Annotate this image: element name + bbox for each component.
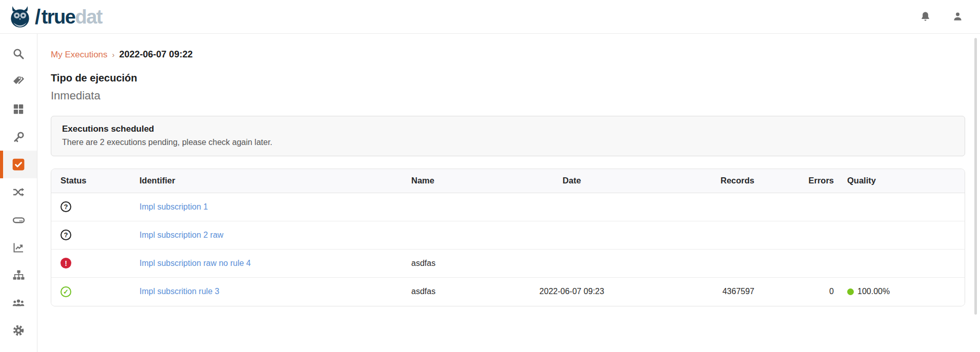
cell-date: 2022-06-07 09:23 — [513, 277, 631, 306]
cell-errors: 0 — [767, 277, 846, 306]
gear-icon — [12, 324, 25, 337]
cell-name: asdfas — [405, 277, 513, 306]
status-pending-icon — [61, 230, 71, 240]
executions-table: Status Identifier Name Date Records Erro… — [51, 169, 965, 306]
sitemap-icon — [12, 269, 25, 282]
sidebar-item-quality-active[interactable] — [0, 151, 37, 178]
page-subtitle: Inmediata — [51, 89, 965, 102]
breadcrumb-my-executions-link[interactable]: My Executions — [51, 50, 108, 60]
breadcrumb: My Executions › 2022-06-07 09:22 — [51, 49, 965, 60]
sidebar-item-tags[interactable] — [0, 68, 37, 95]
sidebar — [0, 34, 37, 352]
cell-errors — [767, 249, 846, 277]
column-header-status: Status — [51, 169, 133, 193]
cell-records: 4367597 — [631, 277, 767, 306]
cell-records — [631, 193, 767, 221]
column-header-identifier: Identifier — [133, 169, 405, 193]
column-header-quality: Quality — [846, 169, 965, 193]
execution-row: Impl subscription raw no rule 4 asdfas — [51, 249, 965, 277]
logo-slash: / — [35, 7, 40, 27]
page-title: Tipo de ejecución — [51, 72, 965, 84]
identifier-link[interactable]: Impl subscription 2 raw — [139, 231, 224, 239]
search-icon — [12, 48, 25, 60]
sidebar-item-modules[interactable] — [0, 95, 37, 123]
execution-row: Impl subscription 2 raw — [51, 221, 965, 249]
truedat-logo[interactable]: / truedat — [8, 5, 102, 29]
executions-scheduled-alert: Executions scheduled There are 2 executi… — [51, 116, 965, 156]
cell-records — [631, 221, 767, 249]
bell-icon[interactable] — [919, 11, 931, 23]
top-bar: / truedat — [0, 0, 980, 34]
user-icon[interactable] — [952, 11, 964, 23]
scrollbar-thumb[interactable] — [974, 38, 977, 315]
shuffle-icon — [12, 186, 25, 198]
brand-name-secondary: dat — [75, 6, 102, 28]
cell-errors — [767, 193, 846, 221]
tags-icon — [12, 75, 25, 88]
column-header-records: Records — [631, 169, 767, 193]
drive-icon — [12, 214, 25, 226]
identifier-link[interactable]: Impl subscription 1 — [139, 202, 208, 211]
column-header-name: Name — [405, 169, 513, 193]
cell-quality — [846, 221, 965, 249]
owl-logo-icon — [8, 5, 32, 29]
alert-message: There are 2 executions pending, please c… — [62, 138, 954, 147]
cell-name: asdfas — [405, 249, 513, 277]
status-pending-icon — [61, 201, 71, 212]
status-error-icon — [61, 258, 71, 268]
check-square-icon — [12, 158, 25, 171]
sidebar-item-permissions[interactable] — [0, 123, 37, 151]
cell-date — [513, 249, 631, 277]
status-success-icon — [61, 286, 71, 297]
sidebar-item-groups[interactable] — [0, 289, 37, 317]
users-icon — [12, 296, 25, 309]
chart-line-icon — [12, 241, 25, 254]
identifier-link[interactable]: Impl subscrition rule 3 — [139, 287, 219, 296]
main-content: My Executions › 2022-06-07 09:22 Tipo de… — [37, 34, 980, 352]
cell-name — [405, 221, 513, 249]
cell-quality — [846, 193, 965, 221]
identifier-link[interactable]: Impl subscription raw no rule 4 — [139, 259, 251, 267]
cell-quality — [846, 249, 965, 277]
cell-records — [631, 249, 767, 277]
cell-errors — [767, 221, 846, 249]
cell-name — [405, 193, 513, 221]
cell-date — [513, 221, 631, 249]
cell-date — [513, 193, 631, 221]
breadcrumb-current: 2022-06-07 09:22 — [119, 49, 193, 60]
alert-title: Executions scheduled — [62, 124, 954, 134]
cell-quality: 100.00% — [857, 287, 890, 296]
sidebar-item-lineage[interactable] — [0, 261, 37, 289]
execution-row: Impl subscription 1 — [51, 193, 965, 221]
sidebar-item-settings[interactable] — [0, 317, 37, 344]
table-header-row: Status Identifier Name Date Records Erro… — [51, 169, 965, 193]
sidebar-item-search[interactable] — [0, 40, 37, 68]
sidebar-item-dashboards[interactable] — [0, 234, 37, 261]
brand-name-primary: true — [42, 6, 75, 28]
quality-dot-icon — [847, 288, 854, 295]
sidebar-item-sources[interactable] — [0, 206, 37, 234]
column-header-date: Date — [513, 169, 631, 193]
chevron-right-icon: › — [112, 50, 115, 59]
column-header-errors: Errors — [767, 169, 846, 193]
execution-row: Impl subscrition rule 3 asdfas 2022-06-0… — [51, 277, 965, 306]
grid-icon — [13, 103, 24, 115]
key-icon — [13, 131, 25, 143]
sidebar-item-flows[interactable] — [0, 178, 37, 206]
